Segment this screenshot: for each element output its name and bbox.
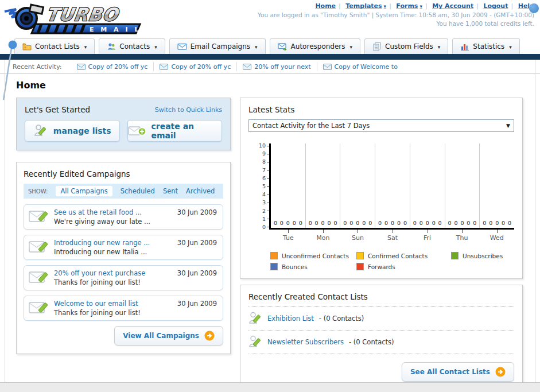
legend-item: Bounces: [270, 263, 356, 270]
help-dot-icon[interactable]: [529, 3, 539, 13]
tab-label: Email Campaigns: [191, 42, 250, 51]
legend-item: Unconfirmed Contacts: [270, 252, 356, 259]
x-tick-label: Fri: [410, 234, 445, 242]
campaign-row[interactable]: Introducing our new range ... Introducin…: [24, 235, 223, 260]
x-tick-label: Thu: [445, 234, 480, 242]
envelope-pencil-icon: [29, 239, 49, 255]
envelope-icon: [160, 64, 168, 70]
tab-custom-fields[interactable]: Custom Fields: [364, 38, 448, 54]
data-value-label: 0: [473, 220, 476, 226]
view-all-campaigns-button[interactable]: View All Campaigns: [114, 326, 223, 346]
legend-item: Confirmed Contacts: [356, 252, 451, 259]
legend-swatch: [356, 252, 364, 259]
x-tick-label: Sat: [375, 234, 410, 242]
campaign-subtitle: Introducing our new Italia ...: [54, 248, 177, 256]
contact-list-row[interactable]: Newsletter Subscribers - (0 Contacts): [248, 331, 514, 354]
filter-archived[interactable]: Archived: [186, 187, 215, 195]
data-value-label: 0: [448, 220, 452, 226]
contact-list-link[interactable]: Newsletter Subscribers: [267, 338, 344, 346]
activity-item-label: 20% off your next: [254, 63, 310, 71]
tab-email-campaigns[interactable]: Email Campaigns: [169, 38, 266, 54]
link-templates[interactable]: Templates: [345, 2, 386, 10]
chart-day-group: 00000: [375, 143, 410, 228]
link-forms[interactable]: Forms: [396, 2, 422, 10]
contact-list-row[interactable]: Exhibition List - (0 Contacts): [248, 307, 514, 331]
chart-plot: 00000000000000000000000000000000000: [269, 143, 514, 230]
left-column: Let's Get Started Switch to Quick Links …: [16, 98, 231, 354]
y-tick-label: 8: [262, 160, 269, 164]
data-value-label: 0: [438, 220, 442, 226]
baseline-values: 00000: [480, 220, 514, 228]
custom-fields-icon: [372, 42, 382, 51]
y-tick-label: 0: [262, 225, 269, 230]
y-tick-label: 10: [259, 143, 269, 148]
login-info: You are logged in as "Timothy Smith" | S…: [258, 11, 534, 18]
separator: |: [389, 2, 391, 10]
tab-statistics[interactable]: Statistics: [452, 38, 519, 54]
campaign-date: 30 Jun 2009: [177, 300, 217, 308]
chevron-down-icon: [83, 42, 87, 51]
filter-scheduled[interactable]: Scheduled: [121, 187, 155, 195]
data-value-label: 0: [397, 220, 401, 226]
create-email-button[interactable]: create an email: [127, 120, 223, 142]
data-value-label: 0: [343, 220, 347, 226]
campaign-date: 30 Jun 2009: [177, 239, 217, 247]
recent-activity-item[interactable]: Copy of Welcome to: [317, 62, 403, 71]
logo-graphic: TURBO E M A I L: [3, 1, 147, 34]
contact-list-link[interactable]: Exhibition List: [267, 315, 314, 323]
logo-email-text: E M A I L: [90, 26, 141, 33]
main-content: Home Let's Get Started Switch to Quick L…: [0, 74, 540, 389]
data-value-label: 0: [502, 220, 505, 226]
legend-label: Unsubscribes: [463, 253, 503, 259]
campaign-row[interactable]: See us at the retail food ... We're givi…: [24, 204, 223, 230]
filter-all-campaigns[interactable]: All Campaigns: [56, 186, 112, 196]
legend-swatch: [451, 252, 459, 259]
x-tick-mark: [323, 230, 324, 233]
see-all-contact-lists-button[interactable]: See All Contact Lists: [402, 362, 514, 382]
link-home[interactable]: Home: [315, 2, 336, 10]
legend-swatch: [356, 263, 364, 270]
separator: |: [425, 2, 428, 10]
email-campaigns-icon: [177, 42, 187, 51]
separator: |: [476, 2, 479, 10]
campaign-title-link[interactable]: 20% off your next purchase: [54, 269, 177, 277]
link-logout[interactable]: Logout: [483, 2, 508, 10]
envelope-icon: [243, 64, 251, 70]
x-tick-label: Mon: [306, 234, 341, 242]
view-all-campaigns-label: View All Campaigns: [123, 332, 199, 340]
data-value-label: 0: [299, 220, 302, 226]
campaign-row[interactable]: Welcome to our email list Thanks for joi…: [24, 296, 223, 321]
latest-stats-panel: Latest Stats Contact Activity for the La…: [240, 98, 523, 279]
stats-dropdown[interactable]: Contact Activity for the Last 7 Days ▼: [248, 119, 514, 132]
link-my-account[interactable]: My Account: [432, 2, 473, 10]
envelope-pencil-icon: [29, 270, 49, 286]
manage-lists-button[interactable]: manage lists: [25, 120, 120, 142]
recent-activity-item[interactable]: Copy of 20% off yc: [71, 62, 154, 71]
campaign-title-link[interactable]: Introducing our new range ...: [54, 239, 177, 247]
campaign-title-link[interactable]: See us at the retail food ...: [54, 208, 177, 216]
person-pencil-icon: [248, 311, 262, 326]
data-value-label: 0: [426, 220, 429, 226]
data-value-label: 0: [286, 220, 290, 226]
baseline-values: 00000: [271, 220, 305, 228]
main-navigation: Contact Lists Contacts Email Campaigns A…: [0, 36, 540, 54]
tab-autoresponders[interactable]: Autoresponders: [270, 38, 360, 54]
recent-activity-item[interactable]: 20% off your next: [237, 62, 317, 71]
logo-turbo-text: TURBO: [45, 4, 121, 25]
y-tick-label: 3: [262, 200, 269, 205]
envelope-pencil-icon: [29, 300, 49, 316]
tab-contact-lists[interactable]: Contact Lists: [14, 38, 95, 54]
campaign-title-link[interactable]: Welcome to our email list: [54, 300, 177, 308]
campaign-subtitle: Thanks for joining our list!: [54, 278, 177, 286]
switch-to-quick-links[interactable]: Switch to Quick Links: [155, 106, 222, 114]
filter-sent[interactable]: Sent: [163, 187, 178, 195]
separator: |: [511, 2, 513, 10]
baseline-values: 00000: [340, 220, 375, 228]
app-window: TURBO E M A I L Home| Templates| Forms| …: [0, 0, 540, 392]
recent-activity-item[interactable]: Copy of 20% off yc: [154, 62, 237, 71]
recently-created-contact-lists-panel: Recently Created Contact Lists Exhibitio…: [240, 285, 523, 389]
data-value-label: 0: [378, 220, 382, 226]
tab-contacts[interactable]: Contacts: [99, 38, 165, 54]
campaign-row[interactable]: 20% off your next purchase Thanks for jo…: [24, 265, 223, 290]
data-value-label: 0: [495, 220, 499, 226]
